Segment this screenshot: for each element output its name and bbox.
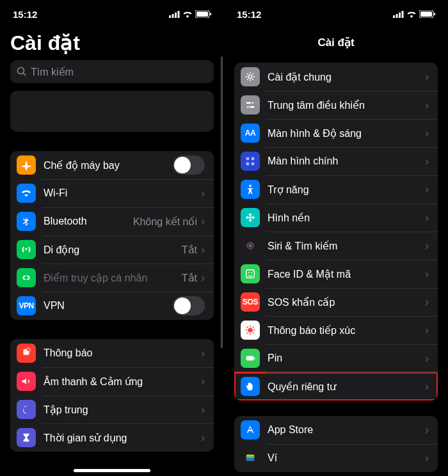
svg-rect-12 bbox=[396, 14, 398, 18]
wifi-icon bbox=[406, 9, 417, 20]
svg-rect-16 bbox=[420, 12, 432, 17]
row-label: Tập trung bbox=[44, 404, 201, 416]
airplane-toggle[interactable] bbox=[173, 155, 205, 175]
row-wallpaper[interactable]: Hình nền› bbox=[234, 203, 438, 232]
chevron-right-icon: › bbox=[425, 239, 429, 253]
account-card-placeholder[interactable] bbox=[10, 91, 214, 132]
chevron-right-icon: › bbox=[425, 70, 429, 84]
row-hotspot[interactable]: Điểm truy cập cá nhânTắt› bbox=[10, 264, 214, 292]
svg-rect-6 bbox=[210, 13, 211, 15]
row-general[interactable]: Cài đặt chung› bbox=[234, 63, 438, 91]
home-screen-icon bbox=[241, 152, 260, 171]
display-icon: AA bbox=[241, 123, 260, 143]
row-vpn[interactable]: VPNVPN bbox=[10, 292, 214, 320]
row-focus[interactable]: Tập trung› bbox=[10, 395, 214, 424]
sos-icon: SOS bbox=[241, 292, 260, 312]
row-siri[interactable]: Siri & Tìm kiếm› bbox=[234, 232, 438, 260]
svg-rect-2 bbox=[175, 12, 177, 18]
cellular-icon bbox=[17, 240, 36, 259]
chevron-right-icon: › bbox=[201, 403, 205, 416]
battery-icon bbox=[195, 9, 211, 20]
row-exposure[interactable]: Thông báo tiếp xúc› bbox=[234, 316, 438, 344]
row-accessibility[interactable]: Trợ năng› bbox=[234, 175, 438, 203]
general-icon bbox=[241, 67, 260, 86]
right-group-store: App Store›Ví› bbox=[234, 416, 438, 472]
svg-point-32 bbox=[252, 216, 255, 219]
row-label: SOS khẩn cấp bbox=[268, 296, 425, 308]
row-label: Cài đặt chung bbox=[268, 71, 425, 83]
bluetooth-icon bbox=[17, 212, 36, 231]
search-icon bbox=[17, 67, 27, 77]
svg-point-28 bbox=[249, 216, 252, 219]
row-privacy[interactable]: Quyền riêng tư› bbox=[234, 372, 438, 401]
screentime-icon bbox=[17, 428, 36, 447]
row-display[interactable]: AAMàn hình & Độ sáng› bbox=[234, 119, 438, 147]
chevron-right-icon: › bbox=[425, 183, 429, 196]
wallpaper-icon bbox=[241, 208, 260, 227]
row-label: Pin bbox=[268, 353, 425, 364]
svg-point-21 bbox=[247, 106, 249, 108]
svg-point-38 bbox=[248, 272, 250, 273]
row-sound[interactable]: Âm thanh & Cảm ứng› bbox=[10, 367, 214, 395]
row-value: Tắt bbox=[182, 272, 197, 284]
status-time: 15:12 bbox=[13, 9, 37, 20]
nav-title: Cài đặt bbox=[224, 28, 448, 56]
svg-rect-50 bbox=[254, 357, 255, 360]
scroll-indicator bbox=[221, 56, 223, 348]
row-home-screen[interactable]: Màn hình chính› bbox=[234, 147, 438, 175]
chevron-right-icon: › bbox=[201, 215, 205, 228]
row-wallet[interactable]: Ví› bbox=[234, 444, 438, 472]
chevron-right-icon: › bbox=[425, 380, 429, 393]
search-input[interactable]: Tìm kiếm bbox=[10, 60, 214, 83]
row-cellular[interactable]: Di độngTắt› bbox=[10, 235, 214, 264]
row-notifications[interactable]: Thông báo› bbox=[10, 339, 214, 367]
row-label: Màn hình chính bbox=[268, 155, 425, 167]
phone-right-settings: 15:12 Cài đặt Cài đặt chung›Trung tâm đi… bbox=[224, 0, 448, 476]
row-appstore[interactable]: App Store› bbox=[234, 416, 438, 444]
svg-line-48 bbox=[253, 327, 254, 328]
privacy-icon bbox=[241, 377, 260, 396]
appstore-icon bbox=[241, 420, 260, 440]
row-battery[interactable]: Pin› bbox=[234, 344, 438, 372]
row-label: Âm thanh & Cảm ứng bbox=[44, 376, 201, 388]
svg-rect-23 bbox=[246, 157, 250, 161]
row-sos[interactable]: SOSSOS khẩn cấp› bbox=[234, 288, 438, 316]
row-bluetooth[interactable]: BluetoothKhông kết nối› bbox=[10, 207, 214, 235]
right-group-general: Cài đặt chung›Trung tâm điều khiển›AAMàn… bbox=[234, 63, 438, 401]
row-airplane[interactable]: Chế độ máy bay bbox=[10, 151, 214, 179]
svg-line-45 bbox=[247, 327, 248, 328]
chevron-right-icon: › bbox=[425, 452, 429, 465]
svg-point-7 bbox=[18, 68, 24, 74]
chevron-right-icon: › bbox=[201, 187, 205, 200]
row-label: Quyền riêng tư bbox=[268, 381, 425, 393]
signal-icon bbox=[393, 9, 404, 20]
svg-point-29 bbox=[249, 213, 252, 216]
signal-icon bbox=[169, 9, 180, 20]
chevron-right-icon: › bbox=[425, 424, 429, 437]
row-faceid[interactable]: Face ID & Mật mã› bbox=[234, 260, 438, 288]
row-screentime[interactable]: Thời gian sử dụng› bbox=[10, 424, 214, 452]
svg-rect-1 bbox=[172, 14, 174, 18]
svg-point-40 bbox=[248, 328, 252, 332]
row-control-center[interactable]: Trung tâm điều khiển› bbox=[234, 91, 438, 119]
svg-point-36 bbox=[249, 244, 252, 247]
svg-point-27 bbox=[249, 185, 252, 187]
svg-rect-22 bbox=[250, 106, 254, 108]
row-wifi[interactable]: Wi-Fi› bbox=[10, 179, 214, 207]
svg-rect-26 bbox=[252, 163, 255, 165]
chevron-right-icon: › bbox=[201, 271, 205, 285]
hotspot-icon bbox=[17, 268, 36, 287]
wallet-icon bbox=[241, 448, 260, 468]
svg-rect-5 bbox=[196, 12, 208, 17]
row-label: Wi-Fi bbox=[44, 187, 201, 199]
svg-line-47 bbox=[247, 333, 248, 334]
chevron-right-icon: › bbox=[425, 352, 429, 365]
svg-rect-3 bbox=[178, 11, 180, 18]
chevron-right-icon: › bbox=[201, 243, 205, 257]
svg-rect-11 bbox=[393, 15, 395, 18]
chevron-right-icon: › bbox=[425, 267, 429, 281]
row-label: Ví bbox=[268, 452, 425, 464]
vpn-toggle[interactable] bbox=[173, 296, 205, 315]
home-indicator[interactable] bbox=[74, 469, 150, 472]
svg-rect-14 bbox=[402, 11, 404, 18]
